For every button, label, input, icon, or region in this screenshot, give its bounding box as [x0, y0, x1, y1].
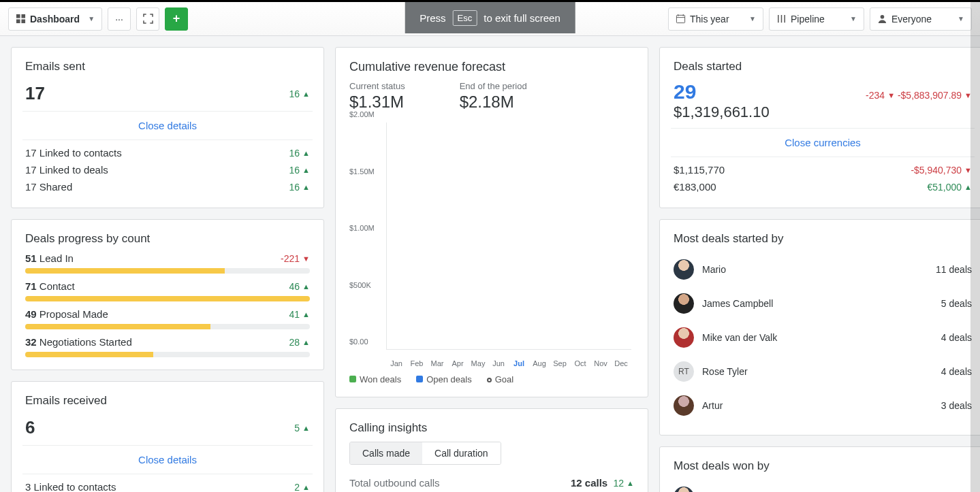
person-row[interactable]: RT Rose Tyler 4 deals — [674, 355, 972, 389]
stat-label: 17 Shared — [25, 181, 72, 193]
emails-received-value: 6 — [25, 417, 35, 438]
x-tick: Aug — [529, 359, 550, 367]
deals-progress-card: Deals progress by count 51 Lead In -221 … — [11, 219, 324, 370]
outbound-calls-value: 12 calls — [571, 477, 607, 489]
stage-row: 51 Lead In -221 ▼ — [25, 252, 310, 264]
card-title: Cumulative revenue forecast — [349, 60, 634, 74]
card-title: Most deals started by — [674, 232, 972, 246]
tab-call-duration[interactable]: Call duration — [422, 442, 501, 464]
legend-open: Open deals — [426, 374, 472, 384]
delta: -234 ▼ — [866, 90, 895, 101]
fullscreen-banner: Press Esc to exit full screen — [405, 2, 575, 33]
tab-calls-made[interactable]: Calls made — [350, 442, 422, 464]
banner-post: to exit full screen — [484, 12, 560, 24]
calendar-icon — [676, 14, 686, 24]
end-period-label: End of the period — [460, 81, 527, 91]
deals-started-amount: $1,319,661.10 — [674, 103, 770, 121]
chevron-down-icon: ▼ — [88, 15, 95, 22]
current-status-label: Current status — [349, 81, 405, 91]
person-row[interactable]: Mario $190,267.25 — [674, 480, 972, 492]
close-details-link[interactable]: Close details — [25, 450, 310, 470]
delta: 28 ▲ — [289, 336, 310, 348]
x-tick: Apr — [447, 359, 468, 367]
person-icon — [877, 14, 887, 24]
banner-pre: Press — [420, 12, 445, 24]
chevron-down-icon: ▼ — [850, 15, 857, 22]
stat-label: 17 Linked to deals — [25, 164, 108, 176]
revenue-forecast-card: Cumulative revenue forecast Current stat… — [335, 47, 648, 397]
dashboard-icon — [16, 14, 26, 24]
calling-insights-card: Calling insights Calls made Call duratio… — [335, 408, 648, 492]
x-tick: Jul — [509, 359, 529, 367]
person-value: 11 deals — [936, 264, 972, 275]
owner-filter[interactable]: Everyone ▼ — [870, 7, 972, 31]
delta: 5▲ — [294, 423, 310, 433]
period-filter[interactable]: This year ▼ — [668, 7, 763, 31]
progress-bar — [25, 352, 310, 357]
fullscreen-button[interactable] — [136, 7, 159, 31]
x-tick: Sep — [550, 359, 570, 367]
person-row[interactable]: Mario 11 deals — [674, 252, 972, 286]
person-name: Rose Tyler — [702, 366, 933, 377]
card-title: Most deals won by — [674, 459, 972, 473]
close-details-link[interactable]: Close details — [25, 116, 310, 135]
calling-tabs: Calls made Call duration — [349, 442, 501, 465]
y-tick: $1.00M — [349, 224, 375, 232]
person-row[interactable]: Artur 3 deals — [674, 389, 972, 423]
currency-amount: $1,115,770 — [674, 164, 725, 176]
svg-rect-3 — [21, 19, 25, 23]
end-period-value: $2.18M — [460, 93, 527, 112]
person-name: Mike van der Valk — [702, 332, 933, 343]
pipeline-filter[interactable]: Pipeline ▼ — [769, 7, 864, 31]
stage-row: 32 Negotiations Started 28 ▲ — [25, 336, 310, 348]
emails-received-card: Emails received 6 5▲ Close details 3 Lin… — [11, 381, 324, 492]
emails-sent-card: Emails sent 17 16▲ Close details 17 Link… — [11, 47, 324, 208]
scrollbar[interactable] — [970, 2, 980, 492]
x-tick: Nov — [590, 359, 611, 367]
person-value: 5 deals — [941, 298, 972, 309]
delta: 41 ▲ — [289, 308, 310, 320]
x-tick: May — [468, 359, 488, 367]
svg-point-5 — [881, 15, 885, 19]
period-label: This year — [690, 14, 729, 24]
person-row[interactable]: Mike van der Valk 4 deals — [674, 321, 972, 355]
avatar — [674, 259, 694, 280]
add-button[interactable]: + — [165, 7, 188, 31]
most-deals-won-card: Most deals won by Mario $190,267.25 Jame… — [659, 446, 980, 492]
close-currencies-link[interactable]: Close currencies — [674, 133, 972, 152]
card-title: Emails sent — [25, 60, 310, 73]
person-row[interactable]: James Campbell 5 deals — [674, 286, 972, 321]
legend-goal: Goal — [495, 374, 513, 384]
svg-rect-4 — [676, 15, 684, 22]
emails-sent-value: 17 — [25, 83, 45, 104]
legend-won: Won deals — [360, 374, 401, 384]
svg-rect-1 — [21, 14, 25, 18]
currency-row: $1,115,770 -$5,940,730 ▼ — [674, 161, 972, 178]
delta: 2 ▲ — [294, 482, 310, 493]
card-title: Deals started — [674, 60, 972, 73]
delta: 46 ▲ — [289, 280, 310, 292]
outbound-calls-label: Total outbound calls — [349, 477, 440, 489]
person-value: 4 deals — [941, 332, 972, 343]
person-value: 4 deals — [941, 366, 972, 377]
x-tick: Feb — [407, 359, 427, 367]
svg-rect-0 — [16, 14, 20, 18]
pipeline-label: Pipeline — [791, 14, 825, 24]
more-button[interactable]: ··· — [108, 7, 131, 31]
y-tick: $500K — [349, 281, 371, 289]
delta: -221 ▼ — [281, 252, 310, 264]
currency-row: €183,000 €51,000 ▲ — [674, 178, 972, 195]
currency-amount: €183,000 — [674, 181, 716, 193]
avatar — [674, 293, 694, 314]
person-name: James Campbell — [702, 298, 933, 309]
delta: 16 ▲ — [289, 182, 310, 193]
avatar — [674, 395, 694, 416]
progress-bar — [25, 268, 310, 274]
x-tick: Oct — [570, 359, 590, 367]
delta: 16 ▲ — [289, 148, 310, 159]
card-title: Deals progress by count — [25, 232, 310, 246]
person-name: Artur — [702, 400, 933, 411]
x-tick: Jan — [386, 359, 407, 367]
dashboard-selector[interactable]: Dashboard ▼ — [8, 7, 102, 31]
dashboard-label: Dashboard — [30, 14, 80, 24]
